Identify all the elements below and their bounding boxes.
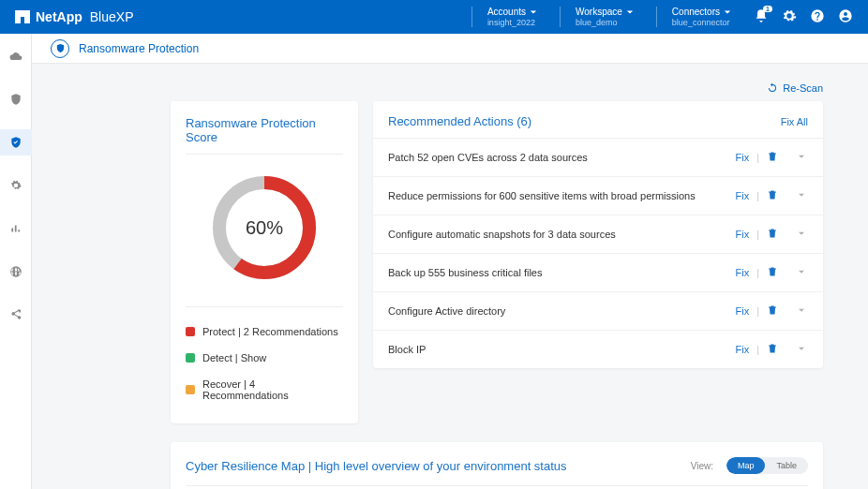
fix-button[interactable]: Fix: [735, 152, 749, 163]
action-text: Reduce permissions for 600 sensitive ite…: [388, 190, 735, 201]
fix-button[interactable]: Fix: [735, 344, 749, 355]
page-subheader: Ransomware Protection: [32, 34, 868, 64]
action-row: Block IPFix|: [373, 331, 823, 368]
delete-button[interactable]: [767, 189, 778, 202]
delete-button[interactable]: [767, 228, 778, 241]
trash-icon: [767, 343, 778, 354]
topbar-context: Accounts insight_2022 Workspace blue_dem…: [471, 7, 853, 28]
expand-button[interactable]: [786, 227, 808, 242]
brand-name: NetApp: [36, 9, 82, 24]
chevron-down-icon: [530, 8, 537, 16]
action-row: Configure Active directoryFix|: [373, 292, 823, 331]
accounts-selector[interactable]: Accounts insight_2022: [471, 7, 537, 28]
trash-icon: [767, 189, 778, 200]
legend-item[interactable]: Recover | 4 Recommendations: [186, 371, 343, 408]
shield-check-icon: [9, 136, 22, 149]
notifications-button[interactable]: 1: [754, 8, 769, 25]
chevron-down-icon: [626, 8, 634, 16]
settings-button[interactable]: [782, 8, 797, 25]
fix-button[interactable]: Fix: [735, 229, 749, 240]
globe-icon: [9, 265, 22, 278]
trash-icon: [767, 304, 778, 316]
action-row: Configure automatic snapshots for 3 data…: [373, 215, 823, 254]
connectors-selector[interactable]: Connectors blue_connector: [656, 7, 731, 28]
delete-button[interactable]: [767, 151, 778, 164]
legend-dot: [186, 327, 195, 336]
action-text: Block IP: [388, 344, 735, 355]
legend-item[interactable]: Detect | Show: [186, 345, 343, 371]
chevron-down-icon: [724, 8, 731, 16]
shield-icon: [9, 93, 22, 106]
action-row: Back up 555 business critical filesFix|: [373, 254, 823, 292]
gear-icon: [782, 8, 797, 23]
chevron-down-icon: [795, 188, 808, 201]
chevron-down-icon: [795, 227, 808, 240]
main-content: Ransomware Protection Re-Scan Ransomware…: [32, 34, 868, 489]
fix-button[interactable]: Fix: [735, 190, 749, 201]
score-percent: 60%: [208, 171, 321, 284]
help-icon: [810, 8, 825, 23]
cloud-icon: [9, 50, 22, 63]
legend-item[interactable]: Protect | 2 Recommendations: [186, 319, 343, 345]
sidebar-item-health[interactable]: [0, 259, 32, 285]
trash-icon: [767, 151, 778, 162]
legend-dot: [186, 353, 195, 363]
expand-button[interactable]: [786, 304, 808, 319]
score-donut: 60%: [208, 171, 321, 284]
chevron-down-icon: [795, 265, 808, 278]
fix-all-button[interactable]: Fix All: [781, 116, 808, 127]
trash-icon: [767, 228, 778, 239]
action-text: Configure Active directory: [388, 305, 735, 317]
view-table-button[interactable]: Table: [765, 457, 808, 474]
map-title: Cyber Resilience Map | High level overvi…: [186, 459, 678, 473]
brand-product: BlueXP: [90, 9, 134, 24]
view-map-button[interactable]: Map: [726, 457, 766, 474]
action-text: Configure automatic snapshots for 3 data…: [388, 229, 735, 240]
sidebar-item-protection[interactable]: [0, 86, 32, 112]
delete-button[interactable]: [767, 304, 778, 318]
workspace-selector[interactable]: Workspace blue_demo: [560, 7, 634, 28]
refresh-icon: [767, 82, 778, 94]
legend-label: Recover | 4 Recommendations: [202, 378, 343, 401]
ransomware-icon: [51, 39, 69, 58]
delete-button[interactable]: [767, 343, 778, 356]
action-row: Reduce permissions for 600 sensitive ite…: [373, 177, 823, 215]
score-title: Ransomware Protection Score: [186, 116, 343, 155]
chevron-down-icon: [795, 304, 808, 317]
legend-label: Detect | Show: [202, 352, 266, 363]
sidebar-item-canvas[interactable]: [0, 43, 32, 69]
legend-label: Protect | 2 Recommendations: [202, 326, 338, 337]
sidebar-item-governance[interactable]: [0, 172, 32, 199]
view-label: View:: [691, 461, 713, 471]
actions-card: Recommended Actions (6) Fix All Patch 52…: [373, 101, 823, 368]
expand-button[interactable]: [786, 342, 808, 357]
chart-icon: [9, 222, 22, 235]
notification-badge: 1: [763, 6, 772, 12]
sidebar-item-extensions[interactable]: [0, 302, 32, 328]
legend-dot: [186, 385, 195, 394]
expand-button[interactable]: [786, 265, 808, 280]
page-title: Ransomware Protection: [79, 42, 199, 55]
map-card: Cyber Resilience Map | High level overvi…: [171, 442, 823, 489]
trash-icon: [767, 266, 778, 277]
help-button[interactable]: [810, 8, 825, 25]
brand: NetApp BlueXP: [15, 9, 133, 24]
expand-button[interactable]: [786, 150, 808, 165]
user-button[interactable]: [838, 8, 853, 25]
fix-button[interactable]: Fix: [735, 267, 749, 278]
score-card: Ransomware Protection Score 60% Protect …: [171, 101, 358, 423]
user-icon: [838, 8, 853, 23]
gear-small-icon: [9, 179, 22, 192]
chevron-down-icon: [795, 150, 808, 163]
rescan-button[interactable]: Re-Scan: [767, 82, 823, 94]
actions-title: Recommended Actions (6): [388, 114, 531, 128]
top-bar: NetApp BlueXP Accounts insight_2022 Work…: [0, 0, 868, 34]
sidebar-item-analytics[interactable]: [0, 215, 32, 242]
expand-button[interactable]: [786, 188, 808, 203]
share-icon: [9, 308, 22, 321]
fix-button[interactable]: Fix: [735, 305, 749, 317]
topbar-actions: 1: [754, 8, 853, 25]
netapp-logo-icon: [15, 10, 30, 23]
delete-button[interactable]: [767, 266, 778, 279]
sidebar-item-ransomware[interactable]: [0, 129, 32, 156]
